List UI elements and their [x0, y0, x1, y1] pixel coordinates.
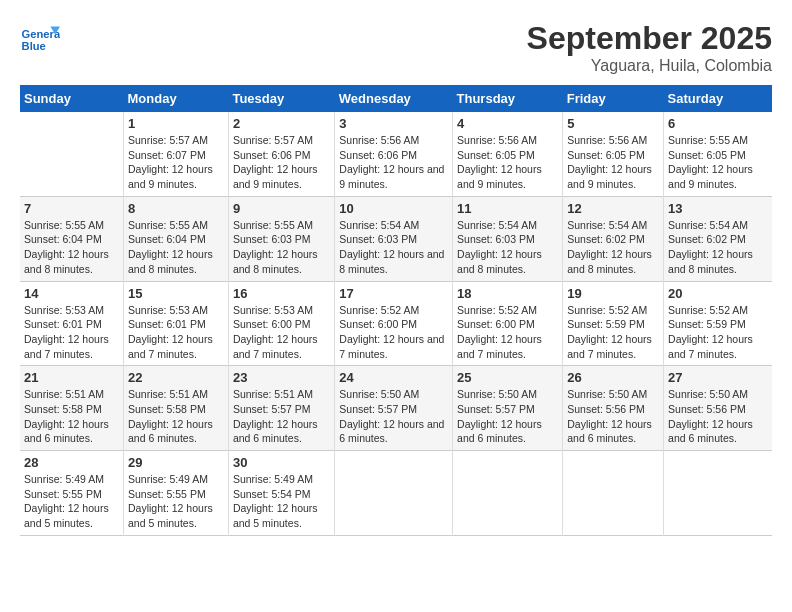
cell-info: Sunrise: 5:52 AMSunset: 6:00 PMDaylight:…: [339, 303, 448, 362]
day-number: 28: [24, 455, 119, 470]
cell-info: Sunrise: 5:56 AMSunset: 6:05 PMDaylight:…: [567, 133, 659, 192]
day-number: 23: [233, 370, 330, 385]
header-tuesday: Tuesday: [228, 85, 334, 112]
cell-info: Sunrise: 5:56 AMSunset: 6:06 PMDaylight:…: [339, 133, 448, 192]
cell-info: Sunrise: 5:50 AMSunset: 5:56 PMDaylight:…: [668, 387, 768, 446]
week-row-4: 21Sunrise: 5:51 AMSunset: 5:58 PMDayligh…: [20, 366, 772, 451]
calendar-cell: 11Sunrise: 5:54 AMSunset: 6:03 PMDayligh…: [453, 196, 563, 281]
cell-info: Sunrise: 5:51 AMSunset: 5:58 PMDaylight:…: [128, 387, 224, 446]
svg-text:Blue: Blue: [22, 40, 46, 52]
week-row-2: 7Sunrise: 5:55 AMSunset: 6:04 PMDaylight…: [20, 196, 772, 281]
calendar-cell: 12Sunrise: 5:54 AMSunset: 6:02 PMDayligh…: [563, 196, 664, 281]
day-number: 7: [24, 201, 119, 216]
cell-info: Sunrise: 5:54 AMSunset: 6:02 PMDaylight:…: [567, 218, 659, 277]
day-number: 20: [668, 286, 768, 301]
calendar-cell: 7Sunrise: 5:55 AMSunset: 6:04 PMDaylight…: [20, 196, 124, 281]
calendar-cell: [664, 451, 772, 536]
day-number: 26: [567, 370, 659, 385]
day-number: 14: [24, 286, 119, 301]
calendar-cell: 23Sunrise: 5:51 AMSunset: 5:57 PMDayligh…: [228, 366, 334, 451]
day-number: 17: [339, 286, 448, 301]
cell-info: Sunrise: 5:55 AMSunset: 6:03 PMDaylight:…: [233, 218, 330, 277]
calendar-cell: 22Sunrise: 5:51 AMSunset: 5:58 PMDayligh…: [124, 366, 229, 451]
calendar-cell: 20Sunrise: 5:52 AMSunset: 5:59 PMDayligh…: [664, 281, 772, 366]
cell-info: Sunrise: 5:56 AMSunset: 6:05 PMDaylight:…: [457, 133, 558, 192]
cell-info: Sunrise: 5:54 AMSunset: 6:03 PMDaylight:…: [457, 218, 558, 277]
week-row-5: 28Sunrise: 5:49 AMSunset: 5:55 PMDayligh…: [20, 451, 772, 536]
cell-info: Sunrise: 5:51 AMSunset: 5:58 PMDaylight:…: [24, 387, 119, 446]
title-block: September 2025 Yaguara, Huila, Colombia: [527, 20, 772, 75]
day-number: 10: [339, 201, 448, 216]
day-number: 13: [668, 201, 768, 216]
day-number: 3: [339, 116, 448, 131]
calendar-cell: 21Sunrise: 5:51 AMSunset: 5:58 PMDayligh…: [20, 366, 124, 451]
header-wednesday: Wednesday: [335, 85, 453, 112]
day-number: 8: [128, 201, 224, 216]
day-number: 21: [24, 370, 119, 385]
day-number: 2: [233, 116, 330, 131]
calendar-cell: [453, 451, 563, 536]
cell-info: Sunrise: 5:49 AMSunset: 5:55 PMDaylight:…: [24, 472, 119, 531]
day-number: 15: [128, 286, 224, 301]
calendar-cell: 17Sunrise: 5:52 AMSunset: 6:00 PMDayligh…: [335, 281, 453, 366]
calendar-cell: 8Sunrise: 5:55 AMSunset: 6:04 PMDaylight…: [124, 196, 229, 281]
calendar-title: September 2025: [527, 20, 772, 57]
calendar-cell: 13Sunrise: 5:54 AMSunset: 6:02 PMDayligh…: [664, 196, 772, 281]
cell-info: Sunrise: 5:52 AMSunset: 5:59 PMDaylight:…: [668, 303, 768, 362]
cell-info: Sunrise: 5:49 AMSunset: 5:54 PMDaylight:…: [233, 472, 330, 531]
day-number: 29: [128, 455, 224, 470]
calendar-cell: [335, 451, 453, 536]
calendar-cell: 29Sunrise: 5:49 AMSunset: 5:55 PMDayligh…: [124, 451, 229, 536]
calendar-table: SundayMondayTuesdayWednesdayThursdayFrid…: [20, 85, 772, 536]
calendar-cell: 4Sunrise: 5:56 AMSunset: 6:05 PMDaylight…: [453, 112, 563, 196]
calendar-cell: 1Sunrise: 5:57 AMSunset: 6:07 PMDaylight…: [124, 112, 229, 196]
calendar-cell: 25Sunrise: 5:50 AMSunset: 5:57 PMDayligh…: [453, 366, 563, 451]
cell-info: Sunrise: 5:55 AMSunset: 6:04 PMDaylight:…: [24, 218, 119, 277]
day-number: 4: [457, 116, 558, 131]
day-number: 9: [233, 201, 330, 216]
calendar-cell: 18Sunrise: 5:52 AMSunset: 6:00 PMDayligh…: [453, 281, 563, 366]
header-friday: Friday: [563, 85, 664, 112]
calendar-cell: 2Sunrise: 5:57 AMSunset: 6:06 PMDaylight…: [228, 112, 334, 196]
cell-info: Sunrise: 5:57 AMSunset: 6:06 PMDaylight:…: [233, 133, 330, 192]
day-number: 18: [457, 286, 558, 301]
day-number: 5: [567, 116, 659, 131]
calendar-cell: 3Sunrise: 5:56 AMSunset: 6:06 PMDaylight…: [335, 112, 453, 196]
day-number: 30: [233, 455, 330, 470]
calendar-cell: 16Sunrise: 5:53 AMSunset: 6:00 PMDayligh…: [228, 281, 334, 366]
cell-info: Sunrise: 5:54 AMSunset: 6:03 PMDaylight:…: [339, 218, 448, 277]
day-number: 1: [128, 116, 224, 131]
calendar-cell: 28Sunrise: 5:49 AMSunset: 5:55 PMDayligh…: [20, 451, 124, 536]
calendar-cell: [563, 451, 664, 536]
cell-info: Sunrise: 5:53 AMSunset: 6:01 PMDaylight:…: [24, 303, 119, 362]
calendar-cell: 6Sunrise: 5:55 AMSunset: 6:05 PMDaylight…: [664, 112, 772, 196]
calendar-cell: 26Sunrise: 5:50 AMSunset: 5:56 PMDayligh…: [563, 366, 664, 451]
calendar-cell: 30Sunrise: 5:49 AMSunset: 5:54 PMDayligh…: [228, 451, 334, 536]
day-number: 16: [233, 286, 330, 301]
cell-info: Sunrise: 5:51 AMSunset: 5:57 PMDaylight:…: [233, 387, 330, 446]
calendar-cell: 24Sunrise: 5:50 AMSunset: 5:57 PMDayligh…: [335, 366, 453, 451]
page-header: General Blue September 2025 Yaguara, Hui…: [20, 20, 772, 75]
cell-info: Sunrise: 5:57 AMSunset: 6:07 PMDaylight:…: [128, 133, 224, 192]
day-number: 12: [567, 201, 659, 216]
calendar-cell: 5Sunrise: 5:56 AMSunset: 6:05 PMDaylight…: [563, 112, 664, 196]
cell-info: Sunrise: 5:53 AMSunset: 6:00 PMDaylight:…: [233, 303, 330, 362]
calendar-cell: 15Sunrise: 5:53 AMSunset: 6:01 PMDayligh…: [124, 281, 229, 366]
day-number: 24: [339, 370, 448, 385]
day-number: 6: [668, 116, 768, 131]
header-sunday: Sunday: [20, 85, 124, 112]
cell-info: Sunrise: 5:49 AMSunset: 5:55 PMDaylight:…: [128, 472, 224, 531]
calendar-cell: 14Sunrise: 5:53 AMSunset: 6:01 PMDayligh…: [20, 281, 124, 366]
calendar-cell: 10Sunrise: 5:54 AMSunset: 6:03 PMDayligh…: [335, 196, 453, 281]
cell-info: Sunrise: 5:52 AMSunset: 6:00 PMDaylight:…: [457, 303, 558, 362]
calendar-subtitle: Yaguara, Huila, Colombia: [527, 57, 772, 75]
cell-info: Sunrise: 5:50 AMSunset: 5:56 PMDaylight:…: [567, 387, 659, 446]
day-number: 11: [457, 201, 558, 216]
cell-info: Sunrise: 5:55 AMSunset: 6:04 PMDaylight:…: [128, 218, 224, 277]
header-monday: Monday: [124, 85, 229, 112]
calendar-cell: [20, 112, 124, 196]
day-header-row: SundayMondayTuesdayWednesdayThursdayFrid…: [20, 85, 772, 112]
day-number: 25: [457, 370, 558, 385]
week-row-3: 14Sunrise: 5:53 AMSunset: 6:01 PMDayligh…: [20, 281, 772, 366]
header-saturday: Saturday: [664, 85, 772, 112]
